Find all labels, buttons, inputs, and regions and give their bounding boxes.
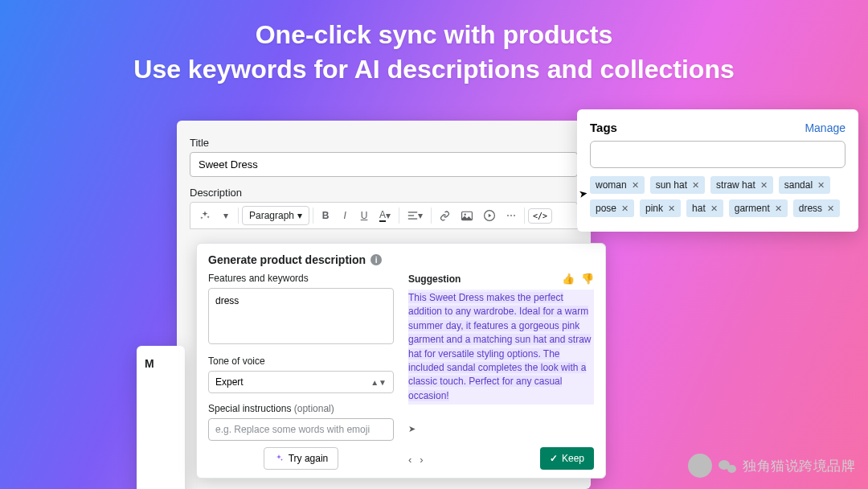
side-fragment: M bbox=[137, 346, 185, 489]
keep-button[interactable]: ✓Keep bbox=[540, 447, 594, 470]
wechat-icon bbox=[719, 458, 736, 473]
tags-input[interactable] bbox=[590, 141, 845, 168]
tags-title: Tags bbox=[590, 121, 617, 134]
thumbs-up-icon[interactable]: 👍 bbox=[562, 273, 575, 285]
tone-select[interactable]: Expert▲▼ bbox=[208, 371, 394, 393]
remove-tag-icon[interactable]: ✕ bbox=[621, 203, 628, 214]
tag-sandal[interactable]: sandal✕ bbox=[779, 176, 830, 194]
tone-label: Tone of voice bbox=[208, 355, 394, 367]
popover-heading: Generate product descriptioni bbox=[208, 253, 594, 266]
prev-suggestion[interactable]: ‹ bbox=[408, 454, 411, 466]
tags-list: woman✕sun hat✕straw hat✕sandal✕pose✕pink… bbox=[590, 176, 845, 217]
align-button[interactable]: ▾ bbox=[403, 206, 428, 225]
manage-tags-link[interactable]: Manage bbox=[805, 121, 845, 134]
italic-button[interactable]: I bbox=[336, 206, 354, 225]
next-suggestion[interactable]: › bbox=[420, 454, 423, 466]
title-label: Title bbox=[190, 137, 578, 149]
thumbs-down-icon[interactable]: 👎 bbox=[581, 273, 594, 285]
remove-tag-icon[interactable]: ✕ bbox=[710, 203, 718, 214]
tag-dress[interactable]: dress✕ bbox=[793, 199, 840, 217]
remove-tag-icon[interactable]: ✕ bbox=[775, 203, 782, 214]
tag-pose[interactable]: pose✕ bbox=[590, 199, 634, 217]
remove-tag-icon[interactable]: ✕ bbox=[827, 203, 834, 214]
rte-toolbar: ▾ Paragraph▾ B I U A▾ ▾ ⋯ </> bbox=[190, 202, 578, 229]
remove-tag-icon[interactable]: ✕ bbox=[632, 180, 639, 191]
ai-sparkle-icon[interactable] bbox=[194, 206, 215, 225]
avatar-icon bbox=[688, 454, 712, 478]
remove-tag-icon[interactable]: ✕ bbox=[692, 180, 699, 191]
bold-button[interactable]: B bbox=[317, 206, 334, 225]
suggestion-nav: ➤ bbox=[408, 424, 594, 434]
tag-woman[interactable]: woman✕ bbox=[590, 176, 645, 194]
chevron-down-icon[interactable]: ▾ bbox=[217, 206, 235, 225]
watermark: 独角猫说跨境品牌 bbox=[688, 454, 855, 478]
underline-button[interactable]: U bbox=[355, 206, 373, 225]
paragraph-dropdown[interactable]: Paragraph▾ bbox=[242, 206, 309, 225]
tag-pink[interactable]: pink✕ bbox=[640, 199, 681, 217]
remove-tag-icon[interactable]: ✕ bbox=[817, 180, 825, 191]
cursor-icon: ➤ bbox=[408, 424, 416, 434]
tag-garment[interactable]: garment✕ bbox=[729, 199, 788, 217]
text-color-button[interactable]: A▾ bbox=[375, 205, 395, 226]
features-input[interactable]: dress bbox=[208, 288, 394, 344]
tag-sun-hat[interactable]: sun hat✕ bbox=[650, 176, 705, 194]
tag-straw-hat[interactable]: straw hat✕ bbox=[710, 176, 773, 194]
code-view-button[interactable]: </> bbox=[528, 208, 552, 224]
suggestion-label: Suggestion bbox=[408, 273, 461, 285]
tag-hat[interactable]: hat✕ bbox=[686, 199, 723, 217]
link-button[interactable] bbox=[435, 207, 455, 225]
features-label: Features and keywords bbox=[208, 273, 394, 284]
try-again-button[interactable]: Try again bbox=[264, 447, 339, 470]
title-input[interactable] bbox=[190, 152, 578, 177]
remove-tag-icon[interactable]: ✕ bbox=[668, 203, 675, 214]
remove-tag-icon[interactable]: ✕ bbox=[760, 180, 768, 191]
description-label: Description bbox=[190, 187, 578, 199]
more-button[interactable]: ⋯ bbox=[502, 206, 521, 225]
tags-panel: Tags Manage woman✕sun hat✕straw hat✕sand… bbox=[577, 109, 858, 232]
cursor-icon: ➤ bbox=[578, 187, 588, 200]
generate-description-popover: Generate product descriptioni Features a… bbox=[196, 243, 606, 479]
video-button[interactable] bbox=[479, 206, 500, 225]
special-label: Special instructions (optional) bbox=[208, 403, 394, 414]
image-button[interactable] bbox=[457, 207, 477, 225]
svg-point-4 bbox=[465, 213, 466, 215]
special-input[interactable] bbox=[208, 418, 394, 441]
suggestion-text: This Sweet Dress makes the perfect addit… bbox=[408, 290, 594, 405]
info-icon[interactable]: i bbox=[371, 254, 382, 265]
